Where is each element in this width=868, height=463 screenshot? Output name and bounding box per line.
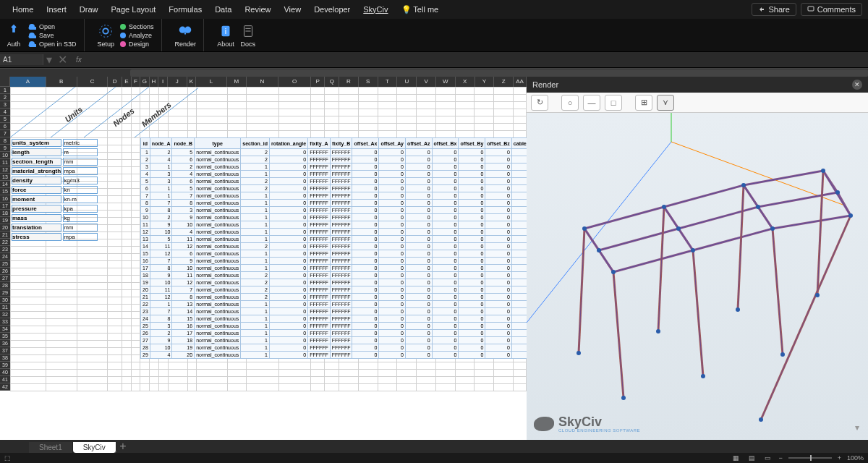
units-table[interactable]: units_systemmetriclengthmsection_lengthm… (10, 137, 99, 242)
select-all-corner[interactable] (0, 77, 10, 87)
row-40[interactable]: 40 (0, 369, 10, 376)
circle-tool-icon[interactable]: ○ (561, 95, 579, 111)
col-E[interactable]: E (122, 77, 132, 87)
comments-button[interactable]: Comments (801, 3, 862, 16)
menu-page-layout[interactable]: Page Layout (105, 2, 163, 17)
col-Q[interactable]: Q (325, 77, 339, 87)
row-15[interactable]: 15 (0, 188, 10, 195)
row-3[interactable]: 3 (0, 101, 10, 109)
formula-input[interactable] (88, 52, 868, 67)
menu-review[interactable]: Review (238, 2, 277, 17)
col-B[interactable]: B (46, 77, 77, 87)
col-F[interactable]: F (132, 77, 141, 87)
open-s3d-button[interactable]: Open in S3D (27, 41, 77, 48)
menu-tell-me[interactable]: 💡 Tell me (395, 2, 446, 17)
column-headers[interactable]: ABCDEFGHIJKLMNOPQRSTUVWXYZAA (10, 77, 527, 87)
refresh-icon[interactable]: ↻ (531, 95, 548, 111)
row-8[interactable]: 8 (0, 137, 10, 145)
members-table[interactable]: idnode_Anode_Btypesection_idrotation_ang… (140, 137, 527, 359)
menu-formulas[interactable]: Formulas (162, 2, 208, 17)
row-26[interactable]: 26 (0, 268, 10, 275)
col-C[interactable]: C (77, 77, 109, 87)
row-14[interactable]: 14 (0, 181, 10, 188)
share-button[interactable]: Share (752, 3, 796, 16)
render-button[interactable]: Render (175, 23, 197, 48)
row-12[interactable]: 12 (0, 166, 10, 174)
auth-button[interactable]: Auth (6, 23, 22, 48)
col-H[interactable]: H (150, 77, 159, 87)
view-normal-icon[interactable]: ▦ (731, 454, 741, 462)
row-25[interactable]: 25 (0, 260, 10, 268)
col-D[interactable]: D (108, 77, 122, 87)
row-6[interactable]: 6 (0, 123, 10, 130)
menu-developer[interactable]: Developer (307, 2, 357, 17)
col-M[interactable]: M (227, 77, 247, 87)
zoom-out-button[interactable]: − (778, 454, 782, 462)
col-X[interactable]: X (456, 77, 475, 87)
col-I[interactable]: I (158, 77, 168, 87)
row-41[interactable]: 41 (0, 376, 10, 383)
menu-insert[interactable]: Insert (40, 2, 73, 17)
row-33[interactable]: 33 (0, 318, 10, 326)
name-box[interactable]: A1 (0, 54, 43, 65)
setup-button[interactable]: Setup (98, 23, 115, 48)
col-J[interactable]: J (168, 77, 187, 87)
row-1[interactable]: 1 (0, 87, 10, 94)
col-V[interactable]: V (417, 77, 436, 87)
col-K[interactable]: K (187, 77, 197, 87)
menu-data[interactable]: Data (208, 2, 238, 17)
row-35[interactable]: 35 (0, 333, 10, 340)
col-AA[interactable]: AA (514, 77, 527, 87)
col-U[interactable]: U (397, 77, 417, 87)
row-20[interactable]: 20 (0, 224, 10, 232)
row-17[interactable]: 17 (0, 203, 10, 210)
tab-skyciv[interactable]: SkyCiv (73, 442, 116, 453)
square-tool-icon[interactable]: □ (605, 95, 622, 111)
row-10[interactable]: 10 (0, 152, 10, 159)
row-5[interactable]: 5 (0, 116, 10, 123)
close-render-button[interactable]: ✕ (852, 80, 862, 90)
row-27[interactable]: 27 (0, 275, 10, 282)
open-button[interactable]: Open (27, 23, 77, 30)
save-button[interactable]: Save (27, 32, 77, 39)
col-P[interactable]: P (311, 77, 326, 87)
col-O[interactable]: O (278, 77, 311, 87)
menu-skyciv[interactable]: SkyCiv (357, 2, 394, 17)
row-21[interactable]: 21 (0, 232, 10, 239)
analyze-button[interactable]: Analyze (120, 32, 154, 39)
col-L[interactable]: L (196, 77, 227, 87)
row-16[interactable]: 16 (0, 195, 10, 203)
menu-draw[interactable]: Draw (73, 2, 105, 17)
col-Z[interactable]: Z (494, 77, 514, 87)
row-11[interactable]: 11 (0, 159, 10, 166)
row-24[interactable]: 24 (0, 253, 10, 260)
row-36[interactable]: 36 (0, 340, 10, 347)
row-34[interactable]: 34 (0, 326, 10, 333)
row-30[interactable]: 30 (0, 297, 10, 304)
row-31[interactable]: 31 (0, 304, 10, 311)
col-N[interactable]: N (247, 77, 279, 87)
col-W[interactable]: W (436, 77, 456, 87)
row-9[interactable]: 9 (0, 145, 10, 152)
dropdown-icon[interactable]: ▾ (855, 422, 859, 433)
row-7[interactable]: 7 (0, 130, 10, 137)
row-39[interactable]: 39 (0, 362, 10, 369)
row-19[interactable]: 19 (0, 217, 10, 224)
zoom-level[interactable]: 100% (847, 454, 864, 462)
col-T[interactable]: T (378, 77, 398, 87)
view-break-icon[interactable]: ▭ (762, 454, 773, 462)
about-button[interactable]: i About (217, 23, 234, 48)
row-32[interactable]: 32 (0, 311, 10, 318)
row-22[interactable]: 22 (0, 239, 10, 246)
spreadsheet[interactable]: ABCDEFGHIJKLMNOPQRSTUVWXYZAA 12345678910… (0, 77, 527, 444)
col-S[interactable]: S (359, 77, 378, 87)
col-Y[interactable]: Y (475, 77, 495, 87)
row-37[interactable]: 37 (0, 347, 10, 354)
col-R[interactable]: R (339, 77, 359, 87)
docs-button[interactable]: Docs (240, 23, 256, 48)
zoom-in-button[interactable]: + (838, 454, 841, 462)
view-page-icon[interactable]: ▤ (746, 454, 757, 462)
row-42[interactable]: 42 (0, 383, 10, 391)
row-23[interactable]: 23 (0, 246, 10, 253)
design-button[interactable]: Design (120, 41, 154, 48)
